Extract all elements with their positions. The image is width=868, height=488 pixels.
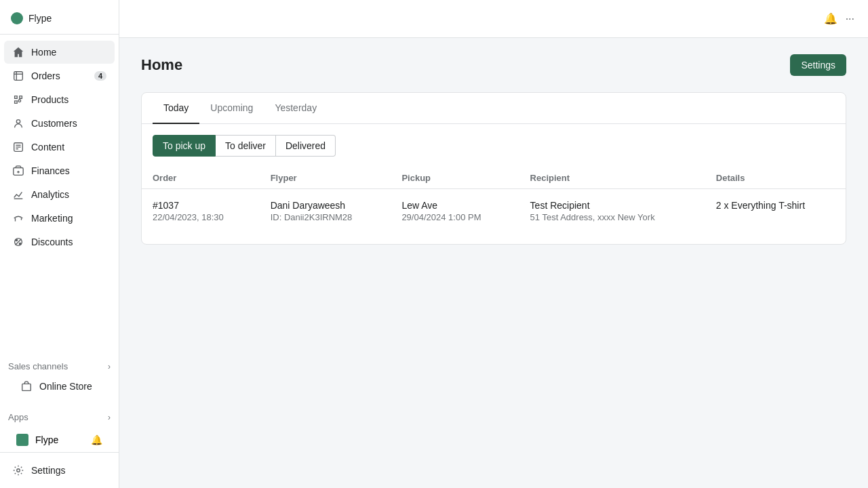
notifications-icon[interactable]: 🔔: [824, 12, 837, 25]
flype-left: Flype: [16, 434, 58, 446]
flyper-id: ID: Danii2K3IRNM28: [271, 212, 380, 222]
sidebar-item-settings-label: Settings: [31, 465, 66, 476]
sidebar-item-discounts[interactable]: Discounts: [4, 230, 115, 253]
sidebar-item-orders-label: Orders: [31, 70, 60, 81]
settings-icon: [12, 464, 24, 476]
cell-order: #1037 22/04/2023, 18:30: [142, 189, 260, 234]
filter-to-deliver[interactable]: To deliver: [216, 135, 276, 157]
sidebar-bottom: Settings: [0, 452, 119, 488]
analytics-icon: [12, 188, 24, 201]
brand[interactable]: Flype: [8, 8, 111, 28]
cell-details: 2 x Everything T-shirt: [705, 189, 846, 234]
sidebar-item-flype[interactable]: Flype 🔔: [8, 428, 111, 451]
sidebar-item-marketing[interactable]: Marketing: [4, 207, 115, 230]
sidebar-item-settings[interactable]: Settings: [4, 459, 115, 482]
sidebar-item-customers-label: Customers: [31, 118, 77, 129]
sidebar-item-online-store-label: Online Store: [39, 381, 92, 392]
sidebar-item-online-store[interactable]: Online Store: [12, 375, 106, 398]
pickup-datetime: 29/04/2024 1:00 PM: [401, 212, 508, 222]
flype-bell-icon[interactable]: 🔔: [91, 434, 102, 445]
settings-button[interactable]: Settings: [790, 54, 846, 76]
sidebar-brand-section: Flype: [0, 0, 119, 35]
apps-section: Apps ›: [0, 401, 119, 428]
svg-rect-0: [14, 72, 23, 81]
brand-name: Flype: [28, 13, 52, 24]
sidebar-item-flype-label: Flype: [35, 434, 58, 445]
page-title: Home: [141, 56, 182, 74]
filter-delivered[interactable]: Delivered: [276, 135, 336, 157]
sidebar-item-products-label: Products: [31, 94, 68, 105]
chevron-right-icon: ›: [108, 362, 111, 371]
sidebar: Flype Home Orders 4 Products Cu: [0, 0, 119, 488]
sidebar-item-customers[interactable]: Customers: [4, 112, 115, 135]
col-pickup: Pickup: [391, 167, 519, 189]
svg-rect-15: [22, 384, 31, 390]
table-container: Order Flyper Pickup Recipient Details #1…: [142, 157, 846, 244]
chevron-right-apps-icon: ›: [108, 413, 111, 422]
order-id: #1037: [153, 200, 249, 211]
sidebar-item-orders[interactable]: Orders 4: [4, 64, 115, 87]
sidebar-item-analytics[interactable]: Analytics: [4, 183, 115, 206]
cell-pickup: Lew Ave 29/04/2024 1:00 PM: [391, 189, 519, 234]
cell-recipient: Test Recipient 51 Test Address, xxxx New…: [519, 189, 705, 234]
discounts-icon: [12, 236, 24, 248]
table-row[interactable]: #1037 22/04/2023, 18:30 Dani Daryaweesh …: [142, 189, 846, 234]
products-icon: [12, 94, 24, 106]
filter-row: To pick up To deliver Delivered: [142, 124, 846, 157]
table-header-row: Order Flyper Pickup Recipient Details: [142, 167, 846, 189]
cell-flyper: Dani Daryaweesh ID: Danii2K3IRNM28: [260, 189, 391, 234]
online-store-icon: [20, 380, 33, 392]
finances-icon: [12, 165, 24, 177]
col-order: Order: [142, 167, 260, 189]
content-icon: [12, 141, 24, 153]
tabs-header: Today Upcoming Yesterday: [142, 93, 846, 124]
sidebar-item-marketing-label: Marketing: [31, 213, 73, 224]
filter-to-pick-up[interactable]: To pick up: [153, 135, 216, 157]
sidebar-item-products[interactable]: Products: [4, 88, 115, 111]
col-recipient: Recipient: [519, 167, 705, 189]
page-content: Home Settings Today Upcoming Yesterday T…: [119, 38, 868, 488]
svg-point-16: [17, 469, 20, 472]
sales-channels-section: Sales channels › Online Store: [0, 350, 119, 401]
flyper-name: Dani Daryaweesh: [271, 200, 380, 211]
sidebar-item-content[interactable]: Content: [4, 136, 115, 159]
customers-icon: [12, 117, 24, 129]
svg-point-3: [16, 120, 20, 123]
orders-icon: [12, 70, 24, 82]
tab-upcoming[interactable]: Upcoming: [199, 93, 264, 124]
apps-label: Apps: [8, 412, 28, 422]
page-header: Home Settings: [141, 54, 846, 76]
orders-table: Order Flyper Pickup Recipient Details #1…: [142, 167, 846, 233]
pickup-location: Lew Ave: [401, 200, 508, 211]
sidebar-item-discounts-label: Discounts: [31, 237, 73, 247]
recipient-address: 51 Test Address, xxxx New York: [530, 212, 694, 222]
topbar: 🔔 ···: [119, 0, 868, 38]
recipient-name: Test Recipient: [530, 200, 694, 211]
order-date: 22/04/2023, 18:30: [153, 212, 249, 222]
tab-today[interactable]: Today: [153, 93, 199, 124]
sidebar-item-finances[interactable]: Finances: [4, 159, 115, 182]
sidebar-item-content-label: Content: [31, 142, 64, 152]
flype-app-item-container: Flype 🔔: [0, 428, 119, 452]
sidebar-item-home[interactable]: Home: [4, 41, 115, 64]
main-nav: Home Orders 4 Products Customers Conte: [0, 35, 119, 350]
orders-badge: 4: [94, 71, 106, 81]
main-card: Today Upcoming Yesterday To pick up To d…: [141, 92, 846, 245]
sidebar-item-analytics-label: Analytics: [31, 189, 69, 200]
brand-icon: [11, 12, 23, 24]
col-flyper: Flyper: [260, 167, 391, 189]
marketing-icon: [12, 212, 24, 224]
flype-app-icon: [16, 434, 28, 446]
sidebar-item-finances-label: Finances: [31, 165, 70, 176]
apps-header[interactable]: Apps ›: [8, 409, 111, 425]
tab-yesterday[interactable]: Yesterday: [264, 93, 328, 124]
main-content: 🔔 ··· Home Settings Today Upcoming Yeste…: [119, 0, 868, 488]
sales-channels-label: Sales channels: [8, 361, 68, 371]
more-options-icon[interactable]: ···: [846, 13, 854, 25]
col-details: Details: [705, 167, 846, 189]
home-icon: [12, 46, 24, 58]
order-details: 2 x Everything T-shirt: [716, 200, 835, 211]
sales-channels-header[interactable]: Sales channels ›: [8, 359, 111, 374]
sidebar-item-home-label: Home: [31, 47, 56, 58]
